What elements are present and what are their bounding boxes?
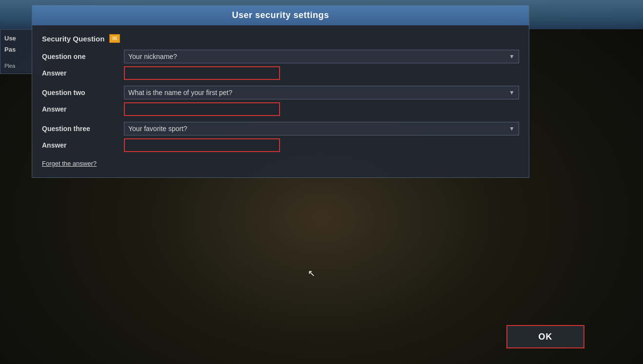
chevron-down-icon-3: ▼ bbox=[509, 125, 515, 132]
answer-three-input[interactable] bbox=[124, 138, 280, 152]
chevron-down-icon: ▼ bbox=[509, 53, 515, 60]
answer-two-row: Answer bbox=[42, 102, 519, 116]
answer-three-row: Answer bbox=[42, 138, 519, 152]
answer-one-input[interactable] bbox=[124, 66, 280, 80]
question-two-value: What is the name of your first pet? bbox=[128, 89, 505, 96]
ok-button[interactable]: OK bbox=[506, 325, 584, 348]
chevron-down-icon-2: ▼ bbox=[509, 89, 515, 96]
question-one-value: Your nickname? bbox=[128, 53, 505, 60]
question-three-label: Question three bbox=[42, 125, 120, 133]
checkbox-icon: ✉ bbox=[112, 35, 117, 42]
security-question-label: Security Question bbox=[42, 35, 104, 43]
question-three-row: Question three Your favorite sport? ▼ bbox=[42, 122, 519, 135]
question-three-dropdown[interactable]: Your favorite sport? ▼ bbox=[124, 122, 519, 135]
question-one-dropdown[interactable]: Your nickname? ▼ bbox=[124, 50, 519, 63]
answer-two-label: Answer bbox=[42, 105, 120, 113]
answer-three-label: Answer bbox=[42, 141, 120, 149]
security-question-checkbox[interactable]: ✉ bbox=[109, 34, 120, 43]
dialog-title: User security settings bbox=[32, 5, 529, 25]
dialog-body: Security Question ✉ Question one Your ni… bbox=[32, 25, 529, 177]
security-question-header: Security Question ✉ bbox=[42, 34, 519, 43]
forget-answer-link[interactable]: Forget the answer? bbox=[42, 160, 97, 167]
answer-two-input[interactable] bbox=[124, 102, 280, 116]
answer-one-row: Answer bbox=[42, 66, 519, 80]
answer-one-label: Answer bbox=[42, 69, 120, 77]
question-one-label: Question one bbox=[42, 53, 120, 60]
question-one-row: Question one Your nickname? ▼ bbox=[42, 50, 519, 63]
question-two-dropdown[interactable]: What is the name of your first pet? ▼ bbox=[124, 86, 519, 99]
user-security-dialog: User security settings Security Question… bbox=[32, 5, 529, 178]
question-three-value: Your favorite sport? bbox=[128, 125, 505, 133]
question-two-label: Question two bbox=[42, 89, 120, 96]
question-two-row: Question two What is the name of your fi… bbox=[42, 86, 519, 99]
